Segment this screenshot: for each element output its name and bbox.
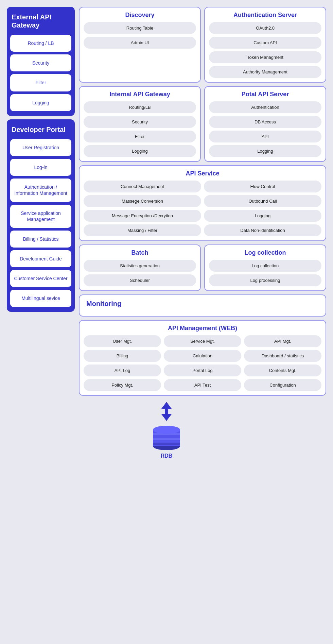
internal-gw-item-3[interactable]: Logging [84,145,196,157]
api-service-grid: Connect Management Flow Control Massege … [84,181,321,236]
auth-server-title: Authentication Server [209,12,321,19]
api-service-item-2[interactable]: Massege Conversion [84,195,201,207]
log-collection-item-1[interactable]: Log processing [209,274,321,286]
sidebar-item-billing-stats[interactable]: Billing / Statistics [10,231,71,248]
internal-gw-item-2[interactable]: Filter [84,131,196,142]
api-mgmt-item-2[interactable]: API Mgt. [244,335,321,347]
external-api-gateway-section: External API Gateway Routing / LB Securi… [7,7,75,116]
sidebar-item-user-registration[interactable]: User Registration [10,139,71,156]
sidebar-item-logging[interactable]: Logging [10,94,71,111]
internal-gw-item-0[interactable]: Routing/LB [84,101,196,113]
auth-server-item-3[interactable]: Authority Management [209,66,321,78]
sidebar: External API Gateway Routing / LB Securi… [7,7,75,396]
auth-server-item-2[interactable]: Token Managment [209,51,321,63]
rdb-label: RDB [161,453,173,459]
developer-portal-title: Developer Portal [10,124,71,136]
rdb-section: RDB [150,401,183,459]
external-api-gateway-title: External API Gateway [10,12,71,32]
api-mgmt-item-3[interactable]: Billing [84,350,161,362]
api-service-item-5[interactable]: Logging [204,210,321,222]
internal-gw-panel: Internal API Gateway Routing/LB Security… [79,86,201,162]
api-service-item-1[interactable]: Flow Control [204,181,321,192]
internal-gw-item-1[interactable]: Security [84,116,196,128]
discovery-item-1[interactable]: Admin UI [84,37,196,49]
api-mgmt-item-8[interactable]: Contents Mgt. [244,365,321,376]
api-mgmt-item-7[interactable]: Portal Log [164,365,241,376]
api-service-title: API Service [84,170,321,177]
svg-rect-5 [153,438,180,440]
svg-point-7 [153,426,180,434]
api-service-item-6[interactable]: Masking / Filter [84,224,201,236]
sidebar-item-security[interactable]: Security [10,54,71,71]
internal-gw-title: Internal API Gateway [84,91,196,98]
api-mgmt-item-9[interactable]: Policy Mgt. [84,379,161,391]
sidebar-item-log-in[interactable]: Log-in [10,159,71,176]
auth-server-item-0[interactable]: OAuth2.0 [209,22,321,34]
monitoring-panel: Monitoring [79,294,326,317]
log-collection-item-0[interactable]: Log collection [209,260,321,272]
internal-gw-items: Routing/LB Security Filter Logging [84,101,196,157]
portal-api-item-0[interactable]: Authentication [209,101,321,113]
log-collection-items: Log collection Log processing [209,260,321,286]
api-mgmt-grid: User Mgt. Service Mgt. API Mgt. Billing … [84,335,321,391]
portal-api-item-3[interactable]: Logging [209,145,321,157]
sidebar-item-routing-lb[interactable]: Routing / LB [10,35,71,52]
top-row: Discovery Routing Table Admin UI Authent… [79,7,326,83]
api-service-item-4[interactable]: Message Encryption /Decrytion [84,210,201,222]
api-mgmt-item-11[interactable]: Configuration [244,379,321,391]
batch-title: Batch [84,249,196,256]
api-mgmt-item-6[interactable]: API Log [84,365,161,376]
double-arrow-icon [158,401,175,422]
batch-item-1[interactable]: Scheduler [84,274,196,286]
portal-api-items: Authentication DB Access API Logging [209,101,321,157]
discovery-panel: Discovery Routing Table Admin UI [79,7,201,83]
batch-item-0[interactable]: Statistics generation [84,260,196,272]
sidebar-item-filter[interactable]: Filter [10,74,71,91]
api-mgmt-item-5[interactable]: Dashboard / statistics [244,350,321,362]
api-service-item-0[interactable]: Connect Management [84,181,201,192]
developer-portal-section: Developer Portal User Registration Log-i… [7,119,75,312]
sidebar-item-multilingual[interactable]: Multilingual sevice [10,290,71,307]
portal-api-item-1[interactable]: DB Access [209,116,321,128]
batch-log-row: Batch Statistics generation Scheduler Lo… [79,244,326,291]
batch-items: Statistics generation Scheduler [84,260,196,286]
batch-panel: Batch Statistics generation Scheduler [79,244,201,291]
portal-api-item-2[interactable]: API [209,131,321,142]
svg-rect-6 [153,443,180,445]
api-mgmt-item-10[interactable]: API Test [164,379,241,391]
auth-server-panel: Authentication Server OAuth2.0 Custom AP… [204,7,326,83]
main-container: External API Gateway Routing / LB Securi… [7,7,326,396]
content-area: Discovery Routing Table Admin UI Authent… [79,7,326,396]
sidebar-item-service-app-mgmt[interactable]: Service application Management [10,205,71,228]
api-service-panel: API Service Connect Management Flow Cont… [79,165,326,241]
api-service-item-3[interactable]: Outbound Call [204,195,321,207]
api-mgmt-item-1[interactable]: Service Mgt. [164,335,241,347]
log-collection-panel: Log collection Log collection Log proces… [204,244,326,291]
api-service-item-7[interactable]: Data Non-identification [204,224,321,236]
portal-api-panel: Potal API Server Authentication DB Acces… [204,86,326,162]
auth-server-items: OAuth2.0 Custom API Token Managment Auth… [209,22,321,78]
api-management-title: API Management (WEB) [84,325,321,332]
discovery-items: Routing Table Admin UI [84,22,196,49]
api-management-panel: API Management (WEB) User Mgt. Service M… [79,320,326,396]
sidebar-item-auth-info-mgmt[interactable]: Authentication / Information Management [10,179,71,202]
sidebar-item-customer-service[interactable]: Customer Service Center [10,270,71,287]
portal-api-title: Potal API Server [209,91,321,98]
discovery-item-0[interactable]: Routing Table [84,22,196,34]
auth-server-item-1[interactable]: Custom API [209,37,321,49]
middle-row: Internal API Gateway Routing/LB Security… [79,86,326,162]
api-mgmt-item-0[interactable]: User Mgt. [84,335,161,347]
rdb-cylinder-icon [150,423,183,450]
sidebar-item-dev-guide[interactable]: Development Guide [10,250,71,267]
monitoring-title: Monitoring [86,300,319,308]
discovery-title: Discovery [84,12,196,19]
api-mgmt-item-4[interactable]: Calulation [164,350,241,362]
svg-marker-1 [161,409,172,421]
log-collection-title: Log collection [209,249,321,256]
